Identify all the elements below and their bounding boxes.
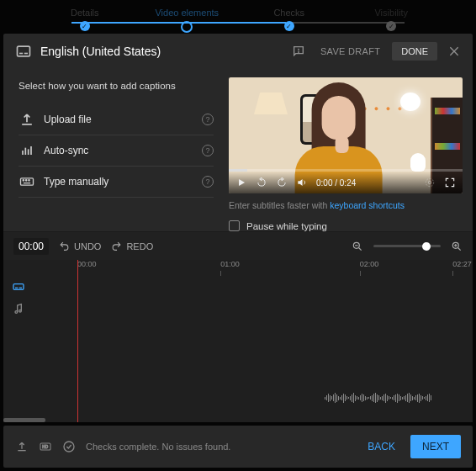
shortcut-hint: Enter subtitles faster with keyboard sho… <box>229 200 463 210</box>
timeline-toolbar: 00:00 UNDO REDO <box>3 231 473 260</box>
svg-rect-10 <box>30 146 32 155</box>
svg-point-29 <box>19 310 22 312</box>
keyboard-icon <box>19 175 35 188</box>
svg-rect-11 <box>21 178 34 185</box>
keyboard-shortcuts-link[interactable]: keyboard shortcuts <box>330 200 405 210</box>
volume-icon[interactable] <box>296 177 308 188</box>
svg-rect-1 <box>19 53 23 55</box>
option-label: Type manually <box>44 176 202 188</box>
svg-rect-2 <box>24 53 28 55</box>
timeline[interactable]: 00:00 01:00 02:00 02:27 <box>3 260 473 422</box>
option-label: Auto-sync <box>44 145 202 156</box>
auto-sync-icon <box>19 144 35 157</box>
svg-rect-8 <box>25 148 27 155</box>
option-label: Upload file <box>44 114 202 125</box>
playhead[interactable] <box>77 260 78 422</box>
panel-prompt: Select how you want to add captions <box>19 81 214 91</box>
svg-point-17 <box>426 178 433 186</box>
upload-icon <box>19 113 35 126</box>
svg-rect-9 <box>28 149 29 155</box>
tick-label: 02:27 <box>452 260 472 268</box>
pause-while-typing-label: Pause while typing <box>246 221 327 231</box>
svg-rect-27 <box>19 288 22 288</box>
forward-10-icon[interactable] <box>276 177 288 188</box>
svg-point-32 <box>64 442 74 452</box>
timecode-input[interactable]: 00:00 <box>13 238 49 255</box>
svg-line-20 <box>359 247 362 250</box>
svg-point-16 <box>428 181 431 184</box>
back-button[interactable]: BACK <box>368 441 395 452</box>
pause-while-typing-checkbox[interactable] <box>229 220 240 231</box>
svg-point-13 <box>23 180 24 181</box>
preview-panel: ● ● ● ● ● ● 0:00 / 0:24 <box>229 69 473 231</box>
option-upload-file[interactable]: Upload file ? <box>19 104 214 135</box>
svg-point-4 <box>299 52 299 53</box>
option-auto-sync[interactable]: Auto-sync ? <box>19 135 214 167</box>
audio-track-icon[interactable] <box>12 302 25 312</box>
captions-method-panel: Select how you want to add captions Uplo… <box>3 69 229 231</box>
audio-waveform <box>325 390 461 405</box>
close-icon[interactable] <box>447 45 461 58</box>
tick-label: 02:00 <box>360 260 379 268</box>
svg-rect-25 <box>13 284 24 290</box>
check-icon <box>284 21 294 31</box>
zoom-in-icon[interactable] <box>451 241 463 252</box>
svg-line-24 <box>458 247 461 250</box>
play-icon[interactable] <box>235 177 247 188</box>
svg-rect-7 <box>22 151 24 155</box>
tick-label: 00:00 <box>77 260 97 268</box>
done-button[interactable]: DONE <box>392 42 437 61</box>
captions-modal: English (United States) SAVE DRAFT DONE … <box>3 34 473 422</box>
modal-title: English (United States) <box>40 45 292 58</box>
settings-icon[interactable] <box>424 177 436 188</box>
svg-rect-0 <box>18 46 30 56</box>
video-preview[interactable]: ● ● ● ● ● ● 0:00 / 0:24 <box>229 77 463 193</box>
fullscreen-icon[interactable] <box>444 177 456 188</box>
video-controls: 0:00 / 0:24 <box>229 172 463 193</box>
footer-bar: HD Checks complete. No issues found. BAC… <box>3 426 473 468</box>
help-icon[interactable]: ? <box>202 176 214 188</box>
redo-button[interactable]: REDO <box>111 241 153 251</box>
check-circle-icon <box>62 440 76 453</box>
feedback-icon[interactable] <box>292 45 305 58</box>
undo-button[interactable]: UNDO <box>59 241 101 251</box>
timeline-ruler: 00:00 01:00 02:00 02:27 <box>77 260 464 272</box>
option-type-manually[interactable]: Type manually ? <box>19 167 214 198</box>
video-time: 0:00 / 0:24 <box>316 178 356 188</box>
modal-header: English (United States) SAVE DRAFT DONE <box>3 34 473 69</box>
svg-point-14 <box>26 180 27 181</box>
tick-label: 01:00 <box>220 260 240 268</box>
help-icon[interactable]: ? <box>202 114 214 125</box>
zoom-out-icon[interactable] <box>352 241 363 252</box>
svg-point-15 <box>29 180 29 181</box>
svg-rect-26 <box>15 288 18 288</box>
save-draft-button[interactable]: SAVE DRAFT <box>320 46 380 56</box>
zoom-slider[interactable] <box>373 245 441 247</box>
rewind-10-icon[interactable] <box>256 177 267 188</box>
hd-icon: HD <box>39 440 52 453</box>
subtitles-icon <box>15 43 32 60</box>
help-icon[interactable]: ? <box>202 145 214 156</box>
checks-status: Checks complete. No issues found. <box>86 442 368 452</box>
svg-text:HD: HD <box>42 445 48 449</box>
svg-point-28 <box>15 311 18 314</box>
timeline-scrollbar[interactable] <box>3 415 473 422</box>
next-button[interactable]: NEXT <box>410 435 461 458</box>
caption-track-icon[interactable] <box>12 280 25 290</box>
check-icon <box>80 21 90 31</box>
upload-icon[interactable] <box>15 440 29 453</box>
